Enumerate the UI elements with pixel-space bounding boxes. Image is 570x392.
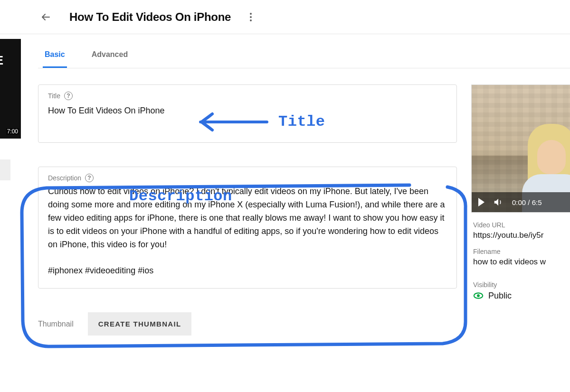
title-input[interactable] — [48, 103, 447, 132]
tab-basic[interactable]: Basic — [43, 42, 67, 68]
volume-icon[interactable] — [493, 197, 504, 207]
visibility-value[interactable]: Public — [473, 290, 570, 301]
description-textarea[interactable]: Curious how to edit videos on iPhone? I … — [48, 185, 447, 278]
description-label: Description — [48, 174, 81, 182]
sidebar-video-thumbnail[interactable]: NE G 7:00 — [0, 39, 21, 139]
create-thumbnail-button[interactable]: CREATE THUMBNAIL — [88, 312, 192, 336]
help-icon[interactable]: ? — [64, 92, 73, 100]
filename-label: Filename — [473, 248, 570, 255]
video-url-value[interactable]: https://youtu.be/iy5r — [473, 231, 570, 240]
description-field-box: Description ? Curious how to edit videos… — [38, 167, 457, 289]
video-metadata: Video URL https://youtu.be/iy5r Filename… — [471, 221, 570, 301]
visibility-text: Public — [488, 291, 512, 301]
filename-value: how to edit videos w — [473, 257, 570, 267]
svg-point-1 — [477, 294, 480, 297]
tab-advanced[interactable]: Advanced — [90, 42, 130, 68]
page-title: How To Edit Videos On iPhone — [69, 10, 231, 24]
video-url-label: Video URL — [473, 221, 570, 229]
title-label: Title — [48, 92, 60, 100]
title-label-row: Title ? — [48, 92, 447, 100]
description-label-row: Description ? — [48, 174, 447, 182]
video-preview[interactable]: 0:00 / 6:5 — [471, 84, 570, 213]
playback-time: 0:00 / 6:5 — [512, 198, 542, 206]
video-controls: 0:00 / 6:5 — [472, 192, 570, 212]
thumbnail-row: Thumbnail CREATE THUMBNAIL — [38, 312, 457, 336]
sidebar-placeholder — [0, 159, 10, 180]
more-options-icon[interactable] — [245, 11, 256, 23]
thumb-text-1: NE — [0, 53, 3, 67]
title-field-box: Title ? — [38, 84, 457, 143]
thumb-duration: 7:00 — [6, 128, 19, 135]
editor-header: How To Edit Videos On iPhone — [0, 0, 570, 34]
main-panel: Basic Advanced Title ? Description ? Cur… — [38, 42, 570, 392]
visibility-label: Visibility — [473, 281, 570, 289]
thumbnail-label: Thumbnail — [38, 320, 74, 328]
tab-bar: Basic Advanced — [38, 42, 570, 68]
back-arrow-icon[interactable] — [38, 9, 53, 25]
visibility-public-icon — [473, 290, 484, 301]
play-icon[interactable] — [478, 198, 484, 206]
help-icon[interactable]: ? — [85, 174, 94, 182]
